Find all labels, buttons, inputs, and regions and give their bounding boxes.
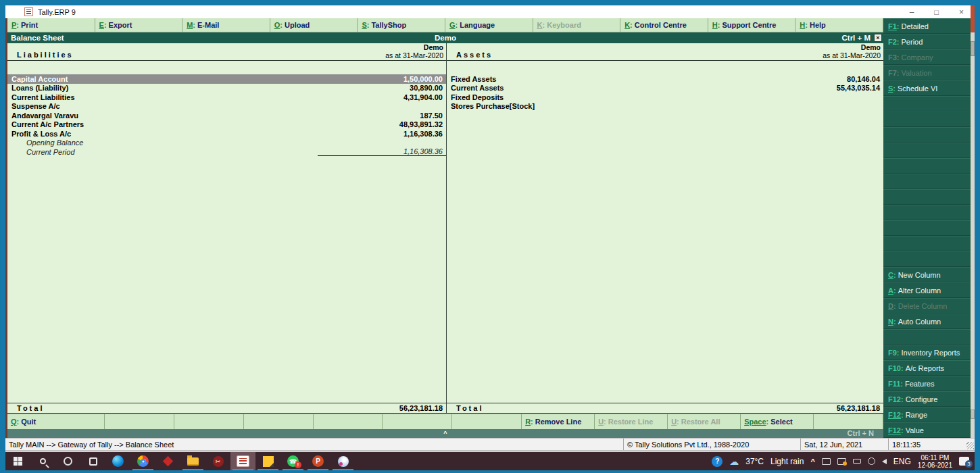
help-icon[interactable]: ? [712,456,722,467]
sidebar-button-range[interactable]: F12:Range [883,407,971,422]
sidebar-empty-button [883,189,971,205]
ledger-row-current-a-c-partners[interactable]: Current A/c Partners48,93,891.32 [7,120,446,130]
bottom-button-bar: Q:QuitR:Remove LineU:Restore LineU:Resto… [7,414,883,429]
ledger-row-fixed-deposits[interactable]: Fixed Deposits [447,93,883,102]
ledger-row-stores-purchase-stock[interactable]: Stores Purchase[Stock] [447,102,883,111]
sidebar-empty-button [883,236,971,251]
cortana-icon[interactable] [55,452,80,470]
ledger-name: Stores Purchase[Stock] [447,102,755,110]
shortcut-key: U [598,418,604,426]
tally-icon[interactable] [230,452,255,470]
menu-item-export[interactable]: E:Export [95,18,183,32]
shortcut-key: C [888,271,893,279]
bottom-button-remove-line[interactable]: R:Remove Line [522,414,595,429]
ledger-row-fixed-assets[interactable]: Fixed Assets80,146.04 [447,74,883,84]
ledger-row-andavargal-varavu[interactable]: Andavargal Varavu187.50 [7,111,446,120]
chrome-icon[interactable] [130,452,155,470]
volume-icon[interactable] [882,459,887,464]
ledger-row-profit-loss-a-c[interactable]: Profit & Loss A/c1,16,308.36 [7,129,446,139]
report-close-icon[interactable]: × [874,34,882,42]
menu-item-control-centre[interactable]: K:Control Centre [620,18,708,32]
assets-pane: Assets Demo as at 31-Mar-2020 Fixed Asse… [447,43,883,413]
ledger-name: Suspense A/c [7,102,318,110]
menu-item-language[interactable]: G:Language [445,18,533,32]
ledger-row-capital-account[interactable]: Capital Account1,50,000.00 [7,74,446,84]
search-icon[interactable] [30,452,55,470]
task-view-icon[interactable] [80,452,105,470]
button-label: Period [902,38,923,46]
sidebar-button-new-column[interactable]: C:New Column [883,267,971,282]
bottom-button-restore-all: U:Restore All [668,414,741,429]
display-cast-icon[interactable] [837,458,846,465]
button-label: Range [906,411,927,419]
sidebar-button-a-c-reports[interactable]: F10:A/c Reports [883,360,971,376]
bottom-button-select[interactable]: Space:Select [741,414,814,429]
menu-item-help[interactable]: H:Help [795,18,883,32]
ledger-row-current-assets[interactable]: Current Assets55,43,035.14 [447,84,883,93]
paint-3d-icon[interactable] [330,452,356,470]
sidebar-button-configure[interactable]: F12:Configure [883,391,971,407]
shortcut-key: F2 [888,38,897,46]
anydesk-icon[interactable] [155,452,180,470]
start-icon[interactable] [5,452,30,470]
total-label: Total [7,404,318,412]
minimize-button[interactable]: – [910,8,914,16]
whatsapp-icon[interactable] [280,452,305,470]
window-title: Tally.ERP 9 [38,8,76,16]
weather-temp[interactable]: 37°C [745,457,764,466]
sidebar-button-inventory-reports[interactable]: F9:Inventory Reports [883,345,971,360]
media-player-icon[interactable] [205,452,230,470]
sidebar-button-company: F3:Company [883,49,971,65]
shortcut-key: S [888,84,893,93]
sidebar-button-auto-column[interactable]: N:Auto Column [883,314,971,329]
button-label: Control Centre [635,21,687,29]
sidebar-button-detailed[interactable]: F1:Detailed [883,18,971,34]
button-label: Select [770,418,792,426]
meet-now-icon[interactable] [822,458,831,465]
menu-item-upload[interactable]: O:Upload [270,18,358,32]
assets-header: Assets [456,51,493,59]
ledger-row-opening-balance[interactable]: Opening Balance [7,139,446,148]
ledger-row-current-period[interactable]: Current Period1,16,308.36 [7,147,446,157]
status-date: Sat, 12 Jun, 2021 [800,439,888,450]
resize-grip[interactable] [966,442,974,449]
language-indicator[interactable]: ENG [893,457,911,466]
menu-item-support-centre[interactable]: H:Support Centre [708,18,796,32]
sidebar-empty-button [883,251,971,267]
button-label: Print [21,21,38,29]
sidebar-button-alter-column[interactable]: A:Alter Column [883,282,971,298]
weather-condition[interactable]: Light rain [770,457,804,466]
sidebar-button-schedule-vi[interactable]: S:Schedule VI [883,80,971,96]
scrollbar-thumb[interactable] [971,41,975,56]
report-title-bar: Balance Sheet Demo Ctrl + M × [7,32,883,43]
bottom-bar-empty-cell [383,414,452,429]
ledger-row-loans-liability[interactable]: Loans (Liability)30,890.00 [7,84,446,93]
ledger-row-current-liabilities[interactable]: Current Liabilities4,31,904.00 [7,93,446,102]
sidebar-button-value[interactable]: F12:Value [883,422,971,438]
powerpoint-icon[interactable] [305,452,330,470]
hidden-icons-caret[interactable]: ^ [810,457,814,466]
weather-icon[interactable]: ☁ [729,457,739,466]
sticky-notes-icon[interactable] [255,452,280,470]
close-button[interactable]: × [959,8,964,16]
file-explorer-icon[interactable] [180,452,205,470]
button-label: E-Mail [197,21,219,29]
menu-item-tallyshop[interactable]: S:TallyShop [358,18,445,32]
battery-icon[interactable] [853,459,861,464]
status-time: 18:11:35 [888,439,975,450]
edge-icon[interactable] [105,452,130,470]
bottom-button-quit[interactable]: Q:Quit [7,414,105,429]
menu-item-print[interactable]: P:Print [7,18,95,32]
sidebar-scrollbar[interactable] [971,18,975,438]
notification-icon[interactable]: 3 [959,457,969,466]
sidebar-button-features[interactable]: F11:Features [883,376,971,391]
sidebar-button-period[interactable]: F2:Period [883,34,971,49]
clock[interactable]: 06:11 PM 12-06-2021 [918,454,952,469]
menu-item-e-mail[interactable]: M:E-Mail [182,18,270,32]
network-icon[interactable] [868,457,875,465]
collapse-arrow-icon[interactable]: ^ [7,429,883,438]
shortcut-key: F12 [888,395,901,403]
ledger-row-suspense-a-c[interactable]: Suspense A/c [7,102,446,111]
maximize-button[interactable]: □ [934,8,939,16]
liabilities-header: Liabilities [17,51,74,59]
